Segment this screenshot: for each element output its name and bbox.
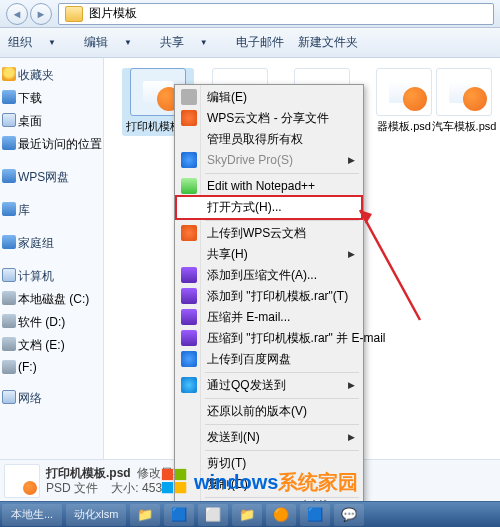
menu-restore-prev[interactable]: 还原以前的版本(V) — [177, 401, 361, 422]
taskbar-item[interactable]: 本地生... — [2, 504, 62, 526]
submenu-arrow-icon: ▶ — [348, 150, 355, 171]
new-folder-button[interactable]: 新建文件夹 — [298, 34, 358, 51]
cloud-icon — [2, 169, 16, 183]
sidebar-desktop[interactable]: 桌面 — [0, 110, 103, 133]
file-label: 汽车模板.psd — [428, 119, 500, 134]
submenu-arrow-icon: ▶ — [348, 375, 355, 396]
watermark-sub: 系统家园 — [278, 471, 358, 493]
taskbar-item[interactable]: 🟠 — [266, 504, 296, 526]
rar-icon — [181, 288, 197, 304]
folder-icon — [65, 6, 83, 22]
separator — [205, 398, 359, 399]
svg-rect-4 — [162, 482, 173, 493]
explorer-window: ◄ ► 图片模板 组织▼ 编辑▼ 共享▼ 电子邮件 新建文件夹 收藏夹 下载 桌… — [0, 0, 500, 527]
submenu-arrow-icon: ▶ — [348, 427, 355, 448]
watermark: windows系统家园 www.ruishifu.com — [160, 467, 358, 497]
edit-icon — [181, 89, 197, 105]
library-icon — [2, 202, 16, 216]
menu-add-rar-named[interactable]: 添加到 "打印机模板.rar"(T) — [177, 286, 361, 307]
taskbar-item[interactable]: 💬 — [334, 504, 364, 526]
sidebar: 收藏夹 下载 桌面 最近访问的位置 WPS网盘 库 家庭组 计算机 本地磁盘 (… — [0, 58, 104, 478]
share-menu[interactable]: 共享▼ — [160, 34, 222, 51]
sidebar-recent[interactable]: 最近访问的位置 — [0, 133, 103, 156]
drive-icon — [2, 291, 16, 305]
email-button[interactable]: 电子邮件 — [236, 34, 284, 51]
sidebar-computer[interactable]: 计算机 — [0, 265, 103, 288]
taskbar-item[interactable]: 🟦 — [164, 504, 194, 526]
separator — [205, 450, 359, 451]
sidebar-disk-d[interactable]: 软件 (D:) — [0, 311, 103, 334]
homegroup-icon — [2, 235, 16, 249]
forward-button[interactable]: ► — [30, 3, 52, 25]
svg-rect-3 — [175, 469, 186, 480]
menu-rar-email[interactable]: 压缩并 E-mail... — [177, 307, 361, 328]
menu-upload-baidu[interactable]: 上传到百度网盘 — [177, 349, 361, 370]
chevron-down-icon: ▼ — [124, 38, 132, 47]
toolbar: 组织▼ 编辑▼ 共享▼ 电子邮件 新建文件夹 — [0, 28, 500, 58]
desktop-icon — [2, 113, 16, 127]
back-button[interactable]: ◄ — [6, 3, 28, 25]
menu-share[interactable]: 共享(H)▶ — [177, 244, 361, 265]
file-item[interactable]: 汽车模板.psd — [428, 68, 500, 134]
menu-open-with[interactable]: 打开方式(H)... — [177, 197, 361, 218]
taskbar-item[interactable]: 🟦 — [300, 504, 330, 526]
svg-rect-5 — [175, 482, 186, 493]
skydrive-icon — [181, 152, 197, 168]
breadcrumb[interactable]: 图片模板 — [58, 3, 494, 25]
details-filetype: PSD 文件 — [46, 481, 98, 495]
menu-skydrive[interactable]: SkyDrive Pro(S)▶ — [177, 150, 361, 171]
menu-rar-named-email[interactable]: 压缩到 "打印机模板.rar" 并 E-mail — [177, 328, 361, 349]
sidebar-homegroup[interactable]: 家庭组 — [0, 232, 103, 255]
chevron-down-icon: ▼ — [48, 38, 56, 47]
taskbar-item[interactable]: 动化xlsm — [66, 504, 126, 526]
recent-icon — [2, 136, 16, 150]
sidebar-disk-e[interactable]: 文档 (E:) — [0, 334, 103, 357]
menu-qq-send[interactable]: 通过QQ发送到▶ — [177, 375, 361, 396]
sidebar-downloads[interactable]: 下载 — [0, 87, 103, 110]
baidu-icon — [181, 351, 197, 367]
organize-menu[interactable]: 组织▼ — [8, 34, 70, 51]
computer-icon — [2, 268, 16, 282]
star-icon — [2, 67, 16, 81]
taskbar: 本地生... 动化xlsm 📁 🟦 ⬜ 📁 🟠 🟦 💬 — [0, 501, 500, 527]
rar-icon — [181, 309, 197, 325]
separator — [205, 424, 359, 425]
download-icon — [2, 90, 16, 104]
taskbar-item[interactable]: 📁 — [130, 504, 160, 526]
details-filename: 打印机模板.psd — [46, 466, 131, 480]
rar-icon — [181, 267, 197, 283]
windows-logo-icon — [160, 467, 190, 497]
menu-add-rar[interactable]: 添加到压缩文件(A)... — [177, 265, 361, 286]
edit-button[interactable]: 编辑▼ — [84, 34, 146, 51]
menu-send-to[interactable]: 发送到(N)▶ — [177, 427, 361, 448]
sidebar-disk-c[interactable]: 本地磁盘 (C:) — [0, 288, 103, 311]
sidebar-disk-f[interactable]: (F:) — [0, 357, 103, 377]
separator — [205, 220, 359, 221]
breadcrumb-text: 图片模板 — [89, 5, 137, 22]
drive-icon — [2, 314, 16, 328]
sidebar-libraries[interactable]: 库 — [0, 199, 103, 222]
menu-notepad[interactable]: Edit with Notepad++ — [177, 176, 361, 197]
wps-icon — [181, 110, 197, 126]
sidebar-favorites[interactable]: 收藏夹 — [0, 64, 103, 87]
menu-edit[interactable]: 编辑(E) — [177, 87, 361, 108]
notepad-icon — [181, 178, 197, 194]
separator — [205, 173, 359, 174]
svg-rect-2 — [162, 469, 173, 480]
chevron-down-icon: ▼ — [200, 38, 208, 47]
wps-icon — [181, 225, 197, 241]
taskbar-item[interactable]: 📁 — [232, 504, 262, 526]
watermark-brand: windows — [194, 471, 278, 493]
rar-icon — [181, 330, 197, 346]
file-thumbnail — [436, 68, 492, 116]
separator — [205, 372, 359, 373]
sidebar-network[interactable]: 网络 — [0, 387, 103, 410]
menu-admin-priv[interactable]: 管理员取得所有权 — [177, 129, 361, 150]
menu-wps-share[interactable]: WPS云文档 - 分享文件 — [177, 108, 361, 129]
sidebar-wpscloud[interactable]: WPS网盘 — [0, 166, 103, 189]
drive-icon — [2, 360, 16, 374]
menu-upload-wps[interactable]: 上传到WPS云文档 — [177, 223, 361, 244]
titlebar: ◄ ► 图片模板 — [0, 0, 500, 28]
drive-icon — [2, 337, 16, 351]
taskbar-item[interactable]: ⬜ — [198, 504, 228, 526]
